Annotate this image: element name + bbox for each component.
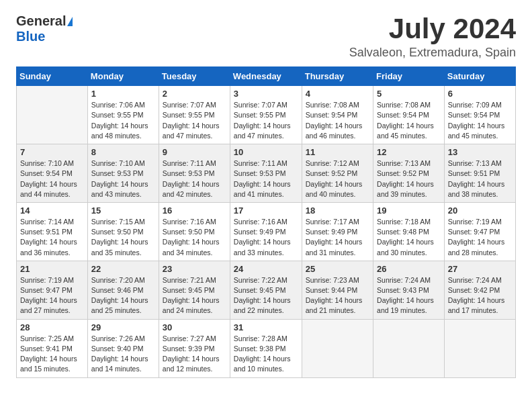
day-number: 15 (91, 205, 155, 216)
calendar-cell: 15Sunrise: 7:15 AMSunset: 9:50 PMDayligh… (87, 202, 159, 261)
calendar-cell: 7Sunrise: 7:10 AMSunset: 9:54 PMDaylight… (17, 144, 88, 203)
day-info: Sunrise: 7:23 AMSunset: 9:44 PMDaylight:… (306, 275, 369, 316)
day-info: Sunrise: 7:20 AMSunset: 9:46 PMDaylight:… (91, 275, 155, 316)
week-row-3: 14Sunrise: 7:14 AMSunset: 9:51 PMDayligh… (17, 202, 516, 261)
calendar-cell: 25Sunrise: 7:23 AMSunset: 9:44 PMDayligh… (302, 261, 373, 319)
day-number: 13 (448, 147, 512, 157)
weekday-header-monday: Monday (87, 67, 159, 86)
day-number: 4 (306, 89, 369, 99)
day-info: Sunrise: 7:06 AMSunset: 9:55 PMDaylight:… (91, 100, 155, 141)
week-row-1: 1Sunrise: 7:06 AMSunset: 9:55 PMDaylight… (17, 86, 516, 144)
calendar-cell: 8Sunrise: 7:10 AMSunset: 9:53 PMDaylight… (87, 144, 159, 203)
day-number: 28 (20, 322, 84, 332)
day-info: Sunrise: 7:15 AMSunset: 9:50 PMDaylight:… (91, 217, 155, 258)
calendar-cell: 2Sunrise: 7:07 AMSunset: 9:55 PMDaylight… (159, 86, 230, 144)
calendar-cell: 13Sunrise: 7:13 AMSunset: 9:51 PMDayligh… (444, 144, 515, 203)
calendar-cell: 4Sunrise: 7:08 AMSunset: 9:54 PMDaylight… (302, 86, 373, 144)
day-number: 9 (163, 147, 226, 157)
title-area: July 2024 Salvaleon, Extremadura, Spain (349, 13, 516, 60)
month-title: July 2024 (349, 13, 516, 44)
calendar-cell: 3Sunrise: 7:07 AMSunset: 9:55 PMDaylight… (230, 86, 302, 144)
weekday-header-row: SundayMondayTuesdayWednesdayThursdayFrid… (17, 67, 516, 86)
day-info: Sunrise: 7:28 AMSunset: 9:38 PMDaylight:… (234, 334, 298, 375)
day-number: 27 (448, 264, 512, 274)
calendar-cell: 6Sunrise: 7:09 AMSunset: 9:54 PMDaylight… (444, 86, 515, 144)
day-info: Sunrise: 7:09 AMSunset: 9:54 PMDaylight:… (448, 100, 512, 141)
day-info: Sunrise: 7:07 AMSunset: 9:55 PMDaylight:… (163, 100, 226, 141)
day-number: 7 (20, 147, 84, 157)
day-info: Sunrise: 7:19 AMSunset: 9:47 PMDaylight:… (20, 275, 84, 316)
week-row-4: 21Sunrise: 7:19 AMSunset: 9:47 PMDayligh… (17, 261, 516, 319)
day-number: 29 (91, 322, 155, 332)
calendar-cell (444, 319, 515, 377)
day-number: 18 (306, 205, 369, 216)
day-number: 22 (91, 264, 155, 274)
day-number: 20 (448, 205, 512, 216)
day-info: Sunrise: 7:13 AMSunset: 9:51 PMDaylight:… (448, 158, 512, 199)
calendar-cell: 17Sunrise: 7:16 AMSunset: 9:49 PMDayligh… (230, 202, 302, 261)
weekday-header-tuesday: Tuesday (159, 67, 230, 86)
day-info: Sunrise: 7:11 AMSunset: 9:53 PMDaylight:… (163, 158, 226, 199)
day-info: Sunrise: 7:24 AMSunset: 9:43 PMDaylight:… (377, 275, 441, 316)
logo-blue-text: Blue (16, 29, 45, 44)
calendar-cell: 10Sunrise: 7:11 AMSunset: 9:53 PMDayligh… (230, 144, 302, 203)
calendar-cell: 27Sunrise: 7:24 AMSunset: 9:42 PMDayligh… (444, 261, 515, 319)
calendar-cell: 24Sunrise: 7:22 AMSunset: 9:45 PMDayligh… (230, 261, 302, 319)
calendar-cell: 11Sunrise: 7:12 AMSunset: 9:52 PMDayligh… (302, 144, 373, 203)
calendar-cell: 12Sunrise: 7:13 AMSunset: 9:52 PMDayligh… (373, 144, 445, 203)
day-info: Sunrise: 7:08 AMSunset: 9:54 PMDaylight:… (377, 100, 441, 141)
day-number: 5 (377, 89, 441, 99)
day-number: 25 (306, 264, 369, 274)
day-info: Sunrise: 7:24 AMSunset: 9:42 PMDaylight:… (448, 275, 512, 316)
day-info: Sunrise: 7:25 AMSunset: 9:41 PMDaylight:… (20, 334, 84, 375)
day-info: Sunrise: 7:13 AMSunset: 9:52 PMDaylight:… (377, 158, 441, 199)
calendar-cell: 20Sunrise: 7:19 AMSunset: 9:47 PMDayligh… (444, 202, 515, 261)
day-info: Sunrise: 7:10 AMSunset: 9:54 PMDaylight:… (20, 158, 84, 199)
calendar-cell: 22Sunrise: 7:20 AMSunset: 9:46 PMDayligh… (87, 261, 159, 319)
weekday-header-friday: Friday (373, 67, 445, 86)
day-info: Sunrise: 7:26 AMSunset: 9:40 PMDaylight:… (91, 334, 155, 375)
calendar-cell: 5Sunrise: 7:08 AMSunset: 9:54 PMDaylight… (373, 86, 445, 144)
calendar-cell (373, 319, 445, 377)
day-info: Sunrise: 7:10 AMSunset: 9:53 PMDaylight:… (91, 158, 155, 199)
day-info: Sunrise: 7:18 AMSunset: 9:48 PMDaylight:… (377, 217, 441, 258)
calendar-cell: 28Sunrise: 7:25 AMSunset: 9:41 PMDayligh… (17, 319, 88, 377)
day-number: 30 (163, 322, 226, 332)
day-number: 19 (377, 205, 441, 216)
day-info: Sunrise: 7:16 AMSunset: 9:50 PMDaylight:… (163, 217, 226, 258)
day-info: Sunrise: 7:14 AMSunset: 9:51 PMDaylight:… (20, 217, 84, 258)
day-info: Sunrise: 7:22 AMSunset: 9:45 PMDaylight:… (234, 275, 298, 316)
weekday-header-saturday: Saturday (444, 67, 515, 86)
day-number: 11 (306, 147, 369, 157)
calendar-cell: 21Sunrise: 7:19 AMSunset: 9:47 PMDayligh… (17, 261, 88, 319)
calendar-cell: 19Sunrise: 7:18 AMSunset: 9:48 PMDayligh… (373, 202, 445, 261)
calendar-cell: 30Sunrise: 7:27 AMSunset: 9:39 PMDayligh… (159, 319, 230, 377)
day-number: 8 (91, 147, 155, 157)
day-number: 26 (377, 264, 441, 274)
day-info: Sunrise: 7:19 AMSunset: 9:47 PMDaylight:… (448, 217, 512, 258)
day-number: 12 (377, 147, 441, 157)
day-number: 17 (234, 205, 298, 216)
day-number: 23 (163, 264, 226, 274)
day-number: 21 (20, 264, 84, 274)
day-info: Sunrise: 7:17 AMSunset: 9:49 PMDaylight:… (306, 217, 369, 258)
day-number: 1 (91, 89, 155, 99)
day-number: 24 (234, 264, 298, 274)
calendar-cell: 16Sunrise: 7:16 AMSunset: 9:50 PMDayligh… (159, 202, 230, 261)
weekday-header-wednesday: Wednesday (230, 67, 302, 86)
day-number: 2 (163, 89, 226, 99)
day-number: 3 (234, 89, 298, 99)
day-info: Sunrise: 7:16 AMSunset: 9:49 PMDaylight:… (234, 217, 298, 258)
day-info: Sunrise: 7:08 AMSunset: 9:54 PMDaylight:… (306, 100, 369, 141)
day-number: 10 (234, 147, 298, 157)
day-number: 31 (234, 322, 298, 332)
calendar-table: SundayMondayTuesdayWednesdayThursdayFrid… (16, 66, 516, 377)
day-info: Sunrise: 7:12 AMSunset: 9:52 PMDaylight:… (306, 158, 369, 199)
logo-icon (67, 17, 73, 26)
logo-general-text: General (16, 13, 66, 29)
calendar-cell: 1Sunrise: 7:06 AMSunset: 9:55 PMDaylight… (87, 86, 159, 144)
week-row-2: 7Sunrise: 7:10 AMSunset: 9:54 PMDaylight… (17, 144, 516, 203)
day-info: Sunrise: 7:27 AMSunset: 9:39 PMDaylight:… (163, 334, 226, 375)
day-number: 6 (448, 89, 512, 99)
week-row-5: 28Sunrise: 7:25 AMSunset: 9:41 PMDayligh… (17, 319, 516, 377)
